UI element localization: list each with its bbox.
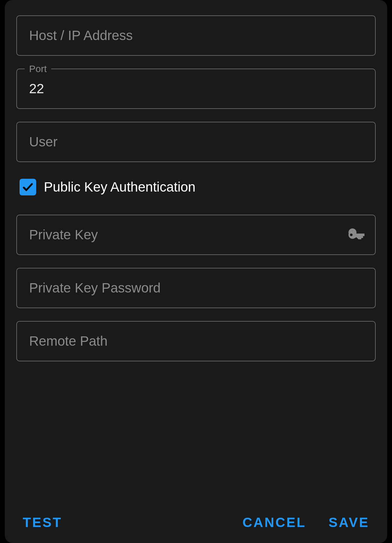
dialog-button-row: TEST CANCEL SAVE bbox=[16, 505, 376, 530]
public-key-auth-label: Public Key Authentication bbox=[44, 179, 196, 195]
port-input[interactable] bbox=[16, 69, 376, 109]
public-key-auth-checkbox[interactable] bbox=[20, 179, 36, 195]
port-field-wrapper: Port bbox=[16, 69, 376, 109]
user-input[interactable] bbox=[16, 122, 376, 162]
svg-rect-3 bbox=[361, 234, 363, 238]
connection-dialog: Port Public Key Authentication bbox=[5, 0, 387, 543]
svg-rect-4 bbox=[358, 234, 360, 237]
private-key-field-wrapper bbox=[16, 215, 376, 255]
check-icon bbox=[22, 181, 34, 193]
port-label: Port bbox=[25, 63, 51, 74]
private-key-password-field-wrapper bbox=[16, 268, 376, 308]
cancel-button[interactable]: CANCEL bbox=[243, 515, 306, 530]
test-button[interactable]: TEST bbox=[23, 515, 62, 530]
private-key-password-input[interactable] bbox=[16, 268, 376, 308]
user-field-wrapper bbox=[16, 122, 376, 162]
public-key-auth-row[interactable]: Public Key Authentication bbox=[16, 175, 376, 215]
remote-path-input[interactable] bbox=[16, 321, 376, 361]
host-field-wrapper bbox=[16, 15, 376, 56]
key-icon[interactable] bbox=[347, 225, 366, 244]
private-key-input[interactable] bbox=[16, 215, 376, 255]
remote-path-field-wrapper bbox=[16, 321, 376, 361]
save-button[interactable]: SAVE bbox=[329, 515, 369, 530]
host-input[interactable] bbox=[16, 15, 376, 56]
svg-point-1 bbox=[350, 234, 353, 236]
